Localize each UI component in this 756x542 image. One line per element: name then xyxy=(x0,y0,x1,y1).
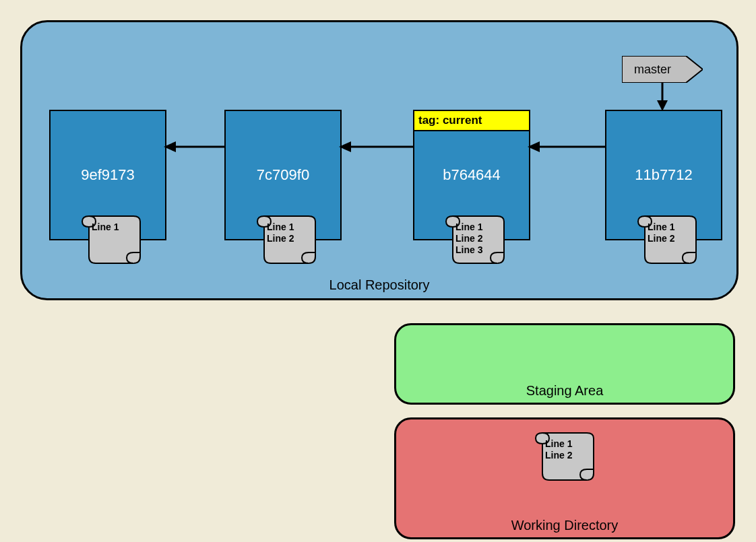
working-directory-label: Working Directory xyxy=(511,518,619,533)
commit-box: 9ef9173 Line 1 xyxy=(49,110,166,240)
arrow-commit-link xyxy=(164,140,224,154)
file-scroll-icon: Line 1 Line 2 xyxy=(637,211,697,265)
staging-area-label: Staging Area xyxy=(526,383,604,399)
arrow-commit-link xyxy=(339,140,413,154)
commit-box: 7c709f0 Line 1 Line 2 xyxy=(224,110,342,240)
commit-box: 11b7712 Line 1 Line 2 xyxy=(605,110,722,240)
staging-area-box: Staging Area xyxy=(394,323,735,405)
svg-marker-6 xyxy=(339,141,351,152)
file-scroll-icon: Line 1 Line 2 Line 3 xyxy=(445,211,505,265)
file-content: Line 1 Line 2 Line 3 xyxy=(455,222,482,255)
file-scroll-icon: Line 1 Line 2 xyxy=(256,211,317,265)
commit-box: tag: current b764644 Line 1 Line 2 Line … xyxy=(413,110,530,240)
commit-hash: 9ef9173 xyxy=(81,166,135,184)
file-content: Line 1 Line 2 xyxy=(545,438,572,461)
file-scroll-icon: Line 1 xyxy=(81,211,141,265)
arrow-commit-link xyxy=(528,140,605,154)
local-repository-box: Local Repository master 9ef9173 Line 1 7… xyxy=(20,20,738,300)
file-content: Line 1 Line 2 xyxy=(648,222,674,244)
branch-master-label: master xyxy=(634,63,671,77)
commit-hash: b764644 xyxy=(443,166,501,184)
svg-marker-8 xyxy=(528,141,540,152)
arrow-master-to-commit xyxy=(656,83,669,111)
local-repository-label: Local Repository xyxy=(329,277,430,293)
branch-master-tag: master xyxy=(622,56,703,83)
file-content: Line 1 Line 2 xyxy=(267,222,294,244)
commit-hash: 7c709f0 xyxy=(257,166,309,184)
commit-tag: tag: current xyxy=(413,110,530,131)
file-content: Line 1 xyxy=(92,222,119,233)
working-directory-box: Line 1 Line 2 Working Directory xyxy=(394,417,735,539)
file-scroll-icon: Line 1 Line 2 xyxy=(534,428,595,484)
svg-marker-4 xyxy=(164,141,176,152)
commit-hash: 11b7712 xyxy=(635,166,693,184)
